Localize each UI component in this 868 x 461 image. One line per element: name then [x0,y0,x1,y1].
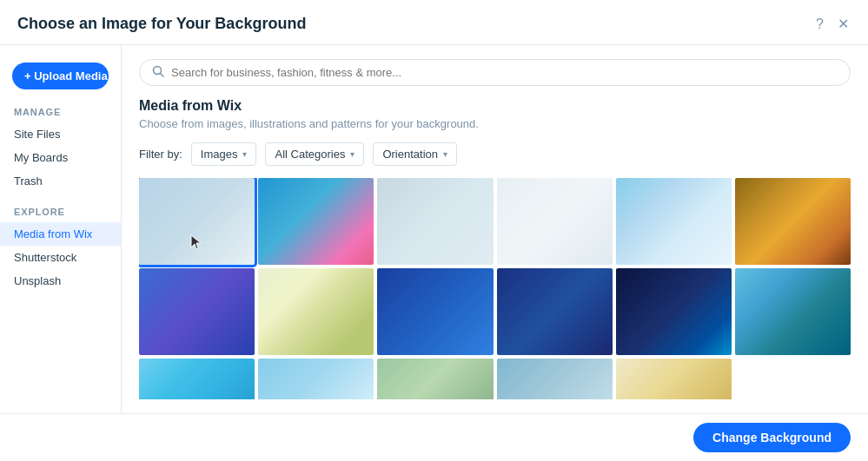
image-cell[interactable] [377,268,493,355]
question-icon: ? [816,16,824,32]
image-cell[interactable] [258,178,374,265]
sidebar-item-unsplash[interactable]: Unsplash [0,269,121,293]
manage-label: MANAGE [0,107,121,122]
categories-filter-value: All Categories [275,148,345,161]
image-cell[interactable] [139,359,255,399]
filters-bar: Filter by: Images ▾ All Categories ▾ Ori… [139,142,851,166]
help-button[interactable]: ? [814,15,825,34]
image-cell[interactable] [139,178,255,265]
explore-section: EXPLORE Media from Wix Shutterstock Unsp… [0,207,121,293]
explore-label: EXPLORE [0,207,121,222]
dialog-body: + Upload Media MANAGE Site Files My Boar… [0,45,868,413]
bottom-bar: Change Background [0,413,868,461]
sidebar-item-my-boards[interactable]: My Boards [0,146,121,169]
image-cell[interactable] [497,359,613,399]
orientation-filter-dropdown[interactable]: Orientation ▾ [373,142,457,166]
sidebar: + Upload Media MANAGE Site Files My Boar… [0,45,122,413]
svg-line-1 [161,74,164,77]
image-cell[interactable] [497,268,613,355]
images-filter-dropdown[interactable]: Images ▾ [191,142,257,166]
images-filter-value: Images [201,148,238,161]
image-cell[interactable] [139,268,255,355]
close-icon: ✕ [838,16,849,32]
close-button[interactable]: ✕ [836,14,851,34]
main-content: Media from Wix Choose from images, illus… [122,45,868,413]
dialog-title: Choose an Image for Your Background [17,15,306,33]
image-cell[interactable] [377,178,493,265]
main-subtitle: Choose from images, illustrations and pa… [139,117,851,130]
image-cell[interactable] [616,178,732,265]
image-cell[interactable] [735,268,851,355]
image-cell[interactable] [258,268,374,355]
chevron-down-icon: ▾ [242,149,247,159]
image-cell[interactable] [616,268,732,355]
image-cell[interactable] [735,178,851,265]
search-bar[interactable] [139,59,851,86]
image-grid [139,178,851,399]
choose-image-dialog: Choose an Image for Your Background ? ✕ … [0,0,868,461]
upload-media-button[interactable]: + Upload Media [12,63,109,89]
search-input[interactable] [171,66,838,79]
svg-marker-2 [191,235,201,249]
dialog-header: Choose an Image for Your Background ? ✕ [0,0,868,45]
image-cell[interactable] [497,178,613,265]
main-title: Media from Wix [139,98,851,114]
image-cell[interactable] [258,359,374,399]
header-icons: ? ✕ [814,14,851,34]
sidebar-item-site-files[interactable]: Site Files [0,122,121,146]
chevron-down-icon: ▾ [443,149,447,159]
image-cell[interactable] [377,359,493,399]
sidebar-item-trash[interactable]: Trash [0,169,121,193]
orientation-filter-value: Orientation [382,148,438,161]
manage-section: MANAGE Site Files My Boards Trash [0,107,121,193]
search-icon [152,65,164,80]
change-background-button[interactable]: Change Background [693,423,851,452]
sidebar-item-shutterstock[interactable]: Shutterstock [0,246,121,269]
categories-filter-dropdown[interactable]: All Categories ▾ [265,142,364,166]
sidebar-item-media-from-wix[interactable]: Media from Wix [0,222,121,246]
image-cell[interactable] [616,359,732,399]
filter-by-label: Filter by: [139,148,182,161]
chevron-down-icon: ▾ [350,149,354,159]
